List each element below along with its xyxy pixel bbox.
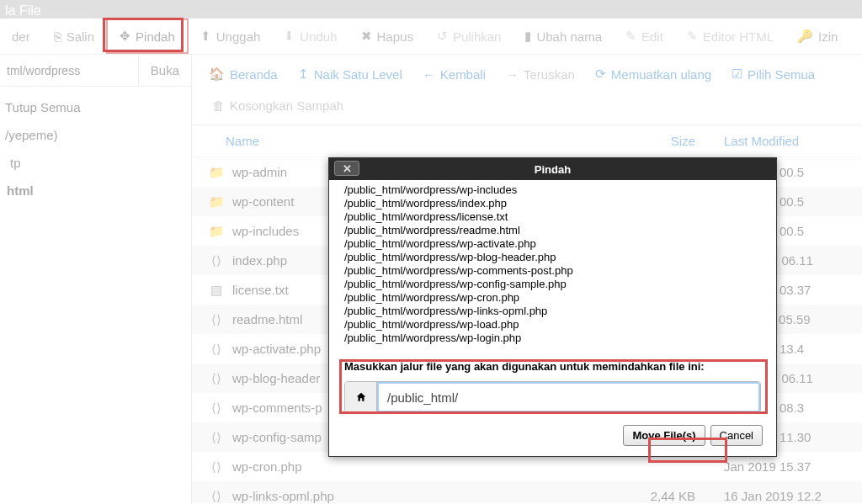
dialog-path-item: /public_html/wordpress/readme.html xyxy=(344,224,761,237)
download-icon: ⬇ xyxy=(284,29,295,44)
dialog-title: Pindah xyxy=(535,163,571,176)
dialog-path-item: /public_html/wordpress/wp-login.php xyxy=(344,332,761,345)
action-naik[interactable]: ↥Naik Satu Level xyxy=(290,60,411,88)
go-button[interactable]: Buka xyxy=(138,55,191,86)
dialog-close-button[interactable]: ✕ xyxy=(334,161,359,176)
dialog-path-list: /public_html/wordpress/wp-includes/publi… xyxy=(344,183,761,345)
dialog-path-item: /public_html/wordpress/license.txt xyxy=(344,210,761,224)
up-level-icon: ↥ xyxy=(298,66,309,82)
dialog-path-item: /public_html/wordpress/wp-activate.php xyxy=(344,237,761,251)
list-header: Name Size Last Modified xyxy=(192,125,862,157)
action-beranda[interactable]: 🏠Beranda xyxy=(200,60,286,88)
file-name: wp-cron.php xyxy=(226,459,603,474)
sidebar: Buka Tutup Semua /yepeme) tp html xyxy=(0,55,192,503)
col-modified[interactable]: Last Modified xyxy=(695,134,847,148)
tree-home[interactable]: /yepeme) xyxy=(5,121,186,149)
forward-icon: → xyxy=(506,67,519,82)
upload-icon: ⬆ xyxy=(200,29,211,44)
delete-icon: ✖ xyxy=(361,29,372,44)
toolbar-edit[interactable]: ✎Edit xyxy=(614,19,675,54)
dialog-path-item: /public_html/wordpress/wp-load.php xyxy=(344,318,761,332)
move-files-button[interactable]: Move File(s) xyxy=(623,425,705,446)
toolbar-hapus[interactable]: ✖Hapus xyxy=(349,19,425,54)
file-type-icon: ⟨⟩ xyxy=(207,253,226,268)
file-modified: 16 Jan 2019 12.2 xyxy=(695,489,847,503)
tree-node-tp[interactable]: tp xyxy=(5,149,186,177)
dialog-path-item: /public_html/wordpress/wp-includes xyxy=(344,183,761,197)
dialog-path-item: /public_html/wordpress/wp-links-opml.php xyxy=(344,305,761,318)
file-type-icon: 📁 xyxy=(207,165,226,180)
move-dialog: ✕ Pindah /public_html/wordpress/wp-inclu… xyxy=(328,157,777,457)
trash-icon: 🗑 xyxy=(212,98,225,113)
action-reload[interactable]: ⟳Memuatkan ulang xyxy=(587,60,720,88)
copy-icon: ⎘ xyxy=(54,29,61,44)
home-icon xyxy=(355,391,367,403)
dialog-path-item: /public_html/wordpress/wp-blog-header.ph… xyxy=(344,251,761,264)
collapse-all[interactable]: Tutup Semua xyxy=(5,93,186,121)
toolbar-unduh[interactable]: ⬇Unduh xyxy=(272,19,349,54)
action-bar: 🏠Beranda ↥Naik Satu Level ←Kembali →Teru… xyxy=(192,55,862,125)
key-icon: 🔑 xyxy=(797,29,813,44)
file-type-icon: ▤ xyxy=(207,283,226,298)
action-kosongkan[interactable]: 🗑Kosongkan Sampah xyxy=(204,92,352,119)
file-size: 2,44 KB xyxy=(603,489,695,503)
file-modified: Jan 2019 15.37 xyxy=(695,459,847,474)
dialog-path-item: /public_html/wordpress/wp-comments-post.… xyxy=(344,264,761,278)
back-icon: ← xyxy=(423,67,435,82)
dialog-title-bar: ✕ Pindah xyxy=(329,158,776,180)
toolbar-ubahnama[interactable]: ▮Ubah nama xyxy=(513,19,614,54)
file-type-icon: ⟨⟩ xyxy=(207,342,226,357)
restore-icon: ↺ xyxy=(437,29,448,44)
main-toolbar: der ⎘Salin ✥Pindah ⬆Unggah ⬇Unduh ✖Hapus… xyxy=(0,19,862,55)
file-type-icon: ⟨⟩ xyxy=(207,489,226,504)
dialog-home-button[interactable] xyxy=(345,382,377,412)
move-icon: ✥ xyxy=(120,29,130,44)
col-name[interactable]: Name xyxy=(207,134,603,148)
dialog-path-item: /public_html/wordpress/wp-cron.php xyxy=(344,291,761,305)
file-type-icon: ⟨⟩ xyxy=(207,312,226,327)
html-edit-icon: ✎ xyxy=(687,29,698,44)
file-type-icon: ⟨⟩ xyxy=(207,371,226,386)
action-pilih[interactable]: ☑Pilih Semua xyxy=(723,60,823,88)
file-row[interactable]: ⟨⟩wp-links-opml.php2,44 KB16 Jan 2019 12… xyxy=(192,481,862,503)
toolbar-izin[interactable]: 🔑Izin xyxy=(785,19,849,54)
rename-icon: ▮ xyxy=(524,29,531,44)
dialog-path-item: /public_html/wordpress/wp-config-sample.… xyxy=(344,278,761,291)
edit-icon: ✎ xyxy=(625,29,636,44)
file-name: wp-links-opml.php xyxy=(226,489,603,503)
toolbar-salin[interactable]: ⎘Salin xyxy=(42,19,106,54)
col-size[interactable]: Size xyxy=(603,134,695,148)
action-teruskan[interactable]: →Teruskan xyxy=(498,61,583,88)
tree-node-html[interactable]: html xyxy=(5,177,186,204)
file-type-icon: ⟨⟩ xyxy=(207,430,226,445)
toolbar-pulihkan[interactable]: ↺Pulihkan xyxy=(425,19,513,54)
file-type-icon: 📁 xyxy=(207,224,226,239)
toolbar-unggah[interactable]: ⬆Unggah xyxy=(189,19,273,54)
path-input[interactable] xyxy=(0,55,138,86)
reload-icon: ⟳ xyxy=(595,66,606,82)
toolbar-editor-html[interactable]: ✎Editor HTML xyxy=(675,19,785,54)
destination-input[interactable] xyxy=(377,382,760,412)
toolbar-folder[interactable]: der xyxy=(0,19,42,54)
file-type-icon: ⟨⟩ xyxy=(207,459,226,475)
toolbar-pindah[interactable]: ✥Pindah xyxy=(106,19,189,54)
action-kembali[interactable]: ←Kembali xyxy=(414,61,494,88)
file-type-icon: ⟨⟩ xyxy=(207,401,226,416)
cancel-button[interactable]: Cancel xyxy=(710,425,763,446)
home-icon: 🏠 xyxy=(209,66,225,82)
window-title-bar: la File xyxy=(0,0,862,19)
file-type-icon: 📁 xyxy=(207,194,226,210)
dialog-prompt: Masukkan jalur file yang akan digunakan … xyxy=(344,360,761,373)
select-all-icon: ☑ xyxy=(732,66,742,82)
window-title: la File xyxy=(5,3,41,19)
dialog-path-item: /public_html/wordpress/index.php xyxy=(344,197,761,210)
